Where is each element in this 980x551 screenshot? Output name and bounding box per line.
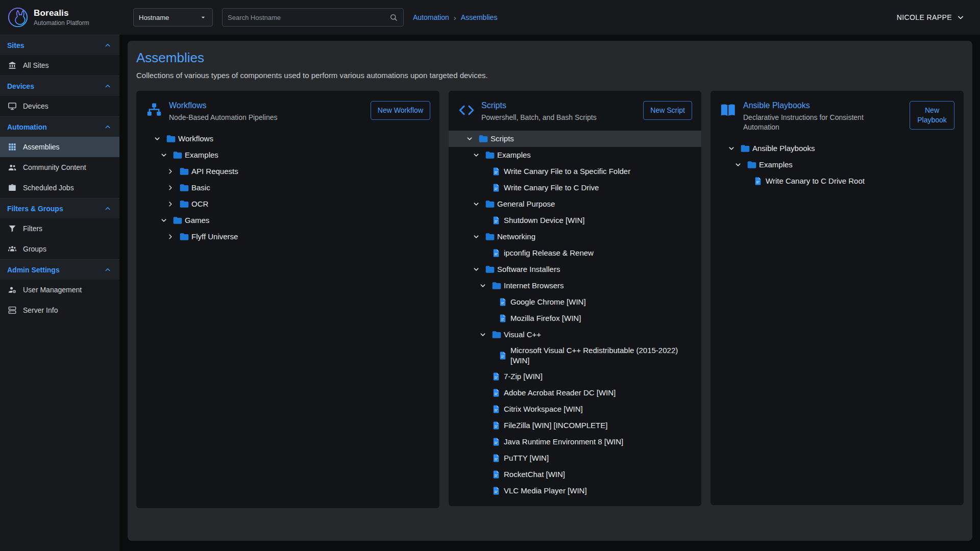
sidebar-section-sites[interactable]: Sites	[0, 35, 119, 55]
tree-item-label: Examples	[759, 157, 798, 172]
tree-folder-row[interactable]: Examples	[449, 147, 701, 163]
tree-file-row[interactable]: Write Canary to C Drive Root	[710, 173, 964, 189]
tree-folder-row[interactable]: Examples	[710, 157, 964, 173]
file-icon	[492, 405, 504, 414]
server-icon	[8, 306, 17, 315]
chevron-down-icon[interactable]	[153, 134, 166, 143]
chevron-down-icon[interactable]	[472, 151, 485, 160]
chevron-up-icon	[103, 204, 112, 213]
chevron-up-icon	[103, 265, 112, 274]
tree-file-row[interactable]: Citrix Workspace [WIN]	[449, 401, 701, 417]
chevron-down-icon[interactable]	[465, 134, 478, 143]
user-management-icon	[8, 285, 17, 294]
tree-folder-row[interactable]: Examples	[136, 147, 439, 163]
chevron-right-icon[interactable]	[166, 232, 179, 241]
tree-item-label: Google Chrome [WIN]	[510, 294, 591, 310]
card-header: Scripts Powershell, Batch, and Bash Scri…	[449, 101, 701, 122]
tree-file-row[interactable]: Mozilla Firefox [WIN]	[449, 310, 701, 327]
tree-item-label: Microsoft Visual C++ Redistributable (20…	[510, 343, 701, 369]
folder-icon	[166, 134, 178, 144]
tree-file-row[interactable]: Google Chrome [WIN]	[449, 294, 701, 310]
sidebar-item-filters[interactable]: Filters	[0, 218, 119, 239]
user-menu[interactable]: NICOLE RAPPE	[897, 12, 966, 22]
tree-folder-row[interactable]: Workflows	[136, 131, 439, 147]
tree-folder-row[interactable]: Ansible Playbooks	[710, 140, 964, 157]
tree-item-label: Scripts	[491, 131, 519, 146]
tree-folder-row[interactable]: Scripts	[449, 131, 701, 147]
folder-icon	[485, 150, 497, 160]
chevron-down-icon[interactable]	[159, 216, 173, 225]
tree-folder-row[interactable]: General Purpose	[449, 196, 701, 212]
tree-file-row[interactable]: VLC Media Player [WIN]	[449, 483, 701, 499]
sidebar-section-filters-groups[interactable]: Filters & Groups	[0, 198, 119, 218]
file-icon	[498, 314, 510, 323]
sidebar-item-server-info[interactable]: Server Info	[0, 300, 119, 320]
sidebar-section-devices[interactable]: Devices	[0, 76, 119, 96]
hostname-select[interactable]: Hostname	[133, 8, 213, 27]
tree-folder-row[interactable]: Visual C++	[449, 327, 701, 343]
tree-file-row[interactable]: Adobe Acrobat Reader DC [WIN]	[449, 385, 701, 401]
tree-file-row[interactable]: Write Canary File to C Drive	[449, 180, 701, 196]
chevron-right-icon[interactable]	[166, 199, 179, 209]
grid-icon	[8, 142, 17, 152]
tree-file-row[interactable]: Write Canary File to a Specific Folder	[449, 163, 701, 180]
sidebar-item-groups[interactable]: Groups	[0, 239, 119, 259]
tree-folder-row[interactable]: Games	[136, 212, 439, 229]
chevron-down-icon[interactable]	[472, 232, 485, 241]
tree-file-row[interactable]: PuTTY [WIN]	[449, 450, 701, 466]
chevron-down-icon[interactable]	[472, 265, 485, 274]
new-script-button[interactable]: New Script	[643, 101, 692, 120]
file-icon	[492, 248, 504, 258]
tree-file-row[interactable]: Shutdown Device [WIN]	[449, 212, 701, 229]
sidebar-section-automation[interactable]: Automation	[0, 116, 119, 137]
tree-file-row[interactable]: Java Runtime Environment 8 [WIN]	[449, 434, 701, 450]
book-icon	[720, 102, 737, 119]
new-workflow-button[interactable]: New Workflow	[371, 101, 430, 120]
chevron-right-icon[interactable]	[166, 183, 179, 192]
sidebar-item-devices[interactable]: Devices	[0, 96, 119, 116]
tree-item-label: FileZilla [WIN] [INCOMPLETE]	[504, 418, 612, 433]
tree-folder-row[interactable]: Flyff Universe	[136, 229, 439, 245]
tree-file-row[interactable]: FileZilla [WIN] [INCOMPLETE]	[449, 417, 701, 434]
search-icon[interactable]	[389, 13, 398, 22]
chevron-down-icon	[955, 12, 966, 22]
tree-file-row[interactable]: 7-Zip [WIN]	[449, 368, 701, 385]
tree-folder-row[interactable]: OCR	[136, 196, 439, 212]
sidebar-item-assemblies[interactable]: Assemblies	[0, 137, 119, 157]
search-input[interactable]	[228, 14, 389, 21]
sidebar-item-label: User Management	[23, 286, 82, 294]
breadcrumb-link-automation[interactable]: Automation	[413, 13, 449, 21]
tree-file-row[interactable]: RocketChat [WIN]	[449, 466, 701, 483]
tree-file-row[interactable]: ipconfig Release & Renew	[449, 245, 701, 261]
tree-folder-row[interactable]: Internet Browsers	[449, 278, 701, 294]
tree-folder-row[interactable]: Networking	[449, 229, 701, 245]
sidebar-item-community-content[interactable]: Community Content	[0, 157, 119, 178]
new-playbook-button[interactable]: New Playbook	[910, 101, 954, 130]
file-icon	[492, 421, 504, 430]
chevron-down-icon[interactable]	[159, 151, 173, 160]
sidebar-section-admin-settings[interactable]: Admin Settings	[0, 259, 119, 280]
file-icon	[492, 167, 504, 176]
topbar: Borealis Automation Platform Hostname Au…	[0, 0, 980, 35]
folder-icon	[485, 264, 497, 274]
chevron-down-icon[interactable]	[472, 199, 485, 209]
breadcrumb-link-assemblies[interactable]: Assemblies	[461, 13, 498, 21]
tree-folder-row[interactable]: Software Installers	[449, 261, 701, 278]
workflow-icon	[145, 102, 163, 119]
tree-folder-row[interactable]: Basic	[136, 180, 439, 196]
sidebar-item-user-management[interactable]: User Management	[0, 280, 119, 300]
sidebar-item-all-sites[interactable]: All Sites	[0, 55, 119, 76]
tree-file-row[interactable]: Microsoft Visual C++ Redistributable (20…	[449, 343, 701, 369]
chevron-down-icon[interactable]	[727, 144, 740, 153]
chevron-right-icon[interactable]	[166, 167, 179, 176]
sidebar-item-scheduled-jobs[interactable]: Scheduled Jobs	[0, 178, 119, 198]
tree-folder-row[interactable]: API Requests	[136, 163, 439, 180]
chevron-down-icon[interactable]	[478, 330, 492, 339]
devices-icon	[8, 102, 17, 111]
chevron-down-icon[interactable]	[733, 160, 747, 169]
card-title: Ansible Playbooks	[743, 101, 903, 110]
chevron-down-icon[interactable]	[478, 281, 492, 290]
tree-item-label: Write Canary to C Drive Root	[766, 173, 870, 189]
file-icon	[492, 216, 504, 225]
file-icon	[498, 297, 510, 307]
